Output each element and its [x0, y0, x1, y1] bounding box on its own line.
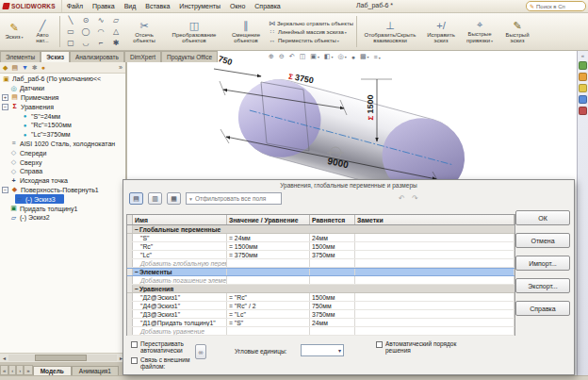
tree-item-top-plane[interactable]: Сверху — [0, 157, 125, 167]
property-manager-icon[interactable]: ▤ — [11, 64, 18, 72]
scrollbar-track[interactable] — [8, 355, 117, 361]
col-name[interactable]: Имя — [133, 215, 227, 224]
view-orientation-icon[interactable]: ▣ — [310, 53, 319, 60]
redo-icon[interactable]: ↷ — [412, 194, 418, 203]
tree-root[interactable]: Лаб_раб-6 (По умолчанию<< — [0, 74, 125, 84]
linear-pattern-button[interactable]: ∷ Линейный массив эскиза — [269, 28, 353, 36]
dimxpert-manager-icon[interactable]: ● — [41, 64, 45, 71]
dimension-view-button[interactable] — [148, 192, 162, 205]
dimension-750[interactable]: Σ750 — [211, 52, 261, 76]
mirror-entities-button[interactable]: ⋈ Зеркально отразить объекты — [269, 20, 353, 27]
rebuild-automatically-checkbox[interactable]: Перестраивать автоматически — [131, 340, 191, 354]
undo-icon[interactable]: ↶ — [399, 194, 405, 203]
table-row[interactable]: "Д2@Эскиз1"= "Rc"1500мм — [127, 293, 514, 302]
ordered-view-button[interactable] — [167, 192, 181, 205]
collapse-icon[interactable] — [2, 187, 8, 193]
section-view-icon[interactable]: ◫ — [300, 53, 306, 60]
tree-horizontal-scrollbar[interactable]: ◂ ▸ — [0, 353, 125, 362]
menu-tools[interactable]: Инструменты — [174, 0, 225, 12]
tree-item-origin[interactable]: Исходная точка — [0, 176, 125, 186]
tree-item-right-plane[interactable]: Справа — [0, 167, 125, 176]
tab-scroll-next-icon[interactable]: › — [16, 365, 24, 375]
model-tab[interactable]: Модель — [33, 366, 72, 375]
display-style-icon[interactable]: ◧ — [324, 53, 334, 60]
checkbox-icon[interactable] — [131, 357, 138, 364]
spline-tool-icon[interactable]: ∿ — [98, 16, 105, 25]
tab-scroll-last-icon[interactable]: » — [24, 365, 32, 375]
tab-scroll-first-icon[interactable]: « — [0, 365, 8, 375]
polygon-tool-icon[interactable]: ▱ — [113, 16, 119, 25]
link-external-file-checkbox[interactable]: Связь с внешним файлом: — [131, 356, 191, 370]
collapse-arrow-icon[interactable]: « — [581, 53, 584, 58]
file-explorer-icon[interactable] — [579, 84, 587, 92]
tree-item-var-s[interactable]: "S"=24мм — [0, 111, 125, 121]
section-global-variables[interactable]: Глобальные переменные — [127, 225, 514, 234]
featuremanager-icon[interactable]: ◆ — [3, 64, 8, 72]
tree-item-var-lc[interactable]: "Lc"=3750мм — [0, 130, 125, 140]
menu-help[interactable]: Справка — [250, 0, 285, 12]
filter-icon[interactable]: ▼ — [22, 64, 28, 71]
tab-sketch[interactable]: Эскиз — [41, 51, 70, 62]
slot-tool-icon[interactable]: ▢ — [67, 39, 74, 47]
design-library-icon[interactable] — [579, 73, 587, 81]
repair-sketch-button[interactable]: +/ Исправить эскиз — [422, 14, 460, 49]
convert-entities-button[interactable]: ◫ Преобразование объектов — [165, 14, 223, 49]
table-row[interactable]: "Д3@Эскиз1"= "Lc"3750мм — [127, 310, 514, 319]
offset-entities-button[interactable]: ∥ Смещение объектов — [225, 14, 267, 49]
tab-scroll-prev-icon[interactable]: ‹ — [8, 365, 16, 375]
tab-features[interactable]: Элементы — [0, 51, 41, 62]
tree-item-var-rc[interactable]: "Rc"=1500мм — [0, 121, 125, 130]
menu-view[interactable]: Вид — [120, 0, 141, 12]
import-button[interactable]: Импорт... — [515, 256, 570, 271]
hide-show-items-icon[interactable]: ◎ — [338, 53, 347, 60]
scroll-left-icon[interactable]: ◂ — [0, 355, 8, 361]
resources-icon[interactable] — [579, 61, 587, 70]
ellipse-tool-icon[interactable]: ◠ — [98, 27, 105, 36]
appearance-icon[interactable]: ● — [351, 54, 355, 60]
tree-expand-icon[interactable]: » — [119, 64, 122, 71]
add-equation-row[interactable]: Добавить уравнение — [127, 327, 514, 336]
tab-evaluate[interactable]: Анализировать — [70, 51, 124, 62]
menu-edit[interactable]: Правка — [88, 0, 120, 12]
col-value[interactable]: Значение / Уравнение — [227, 215, 310, 224]
rectangle-tool-icon[interactable]: ▭ — [67, 27, 74, 36]
view-palette-icon[interactable] — [579, 95, 587, 104]
expand-icon[interactable] — [2, 94, 8, 101]
table-row[interactable]: "Lc"= 3750мм3750мм — [127, 251, 514, 259]
filter-box[interactable]: ▼ — [186, 192, 282, 205]
angular-units-select[interactable] — [301, 344, 344, 356]
link-file-button[interactable]: ∞ — [195, 344, 206, 359]
fillet-tool-icon[interactable]: ⌐ — [99, 39, 104, 47]
sketch-button[interactable]: ✎ Эскиз — [2, 14, 26, 49]
rapid-sketch-button[interactable]: ✎ Быстрый эскиз — [499, 14, 535, 49]
tree-item-material[interactable]: AISI 1020 Сталь, холоднокатан — [0, 140, 125, 149]
zoom-fit-icon[interactable]: ⊕ — [269, 53, 274, 60]
table-row[interactable]: "S"= 24мм24мм — [127, 234, 514, 242]
smart-dimension-button[interactable]: ╱ Авто нат... — [28, 14, 57, 49]
plane-tool-icon[interactable]: △ — [113, 27, 119, 36]
table-row[interactable]: "Д1@Придать толщину1"= "S"24мм — [127, 319, 514, 327]
zoom-area-icon[interactable]: ⊖ — [279, 53, 285, 60]
tree-item-sketch2[interactable]: (-) Эскиз2 — [0, 213, 125, 223]
table-row[interactable]: "Д4@Эскиз1"= "Rc" / 2750мм — [127, 302, 514, 310]
auto-solve-order-checkbox[interactable]: Автоматический порядок решения — [376, 340, 466, 354]
animation-tab[interactable]: Анимация1 — [72, 366, 119, 375]
menu-file[interactable]: Файл — [62, 0, 88, 12]
arc-tool-icon[interactable]: ◡ — [83, 39, 90, 47]
tree-item-sketch3[interactable]: (-) Эскиз3 — [15, 194, 64, 204]
previous-view-icon[interactable]: ↶ — [289, 53, 295, 60]
filter-input[interactable] — [195, 195, 279, 202]
line-tool-icon[interactable]: ╲ — [69, 16, 74, 25]
col-notes[interactable]: Заметки — [355, 215, 514, 224]
menu-insert[interactable]: Вставка — [140, 0, 174, 12]
add-global-variable-row[interactable]: Добавить глобальную переменную — [127, 259, 514, 268]
tree-item-sensors[interactable]: Датчики — [0, 84, 125, 93]
menu-window[interactable]: Окно — [225, 0, 250, 12]
display-relations-button[interactable]: ⊥ Отобразить/Скрыть взаимосвязи — [360, 14, 420, 49]
scrollbar-thumb[interactable] — [35, 355, 87, 361]
help-button[interactable]: Справка — [515, 301, 570, 316]
equation-view-button[interactable] — [129, 192, 143, 205]
tab-office-products[interactable]: Продукты Office — [161, 51, 218, 62]
move-entities-button[interactable]: ↔ Переместить объекты — [269, 37, 353, 43]
tab-dimxpert[interactable]: DimXpert — [124, 51, 161, 62]
